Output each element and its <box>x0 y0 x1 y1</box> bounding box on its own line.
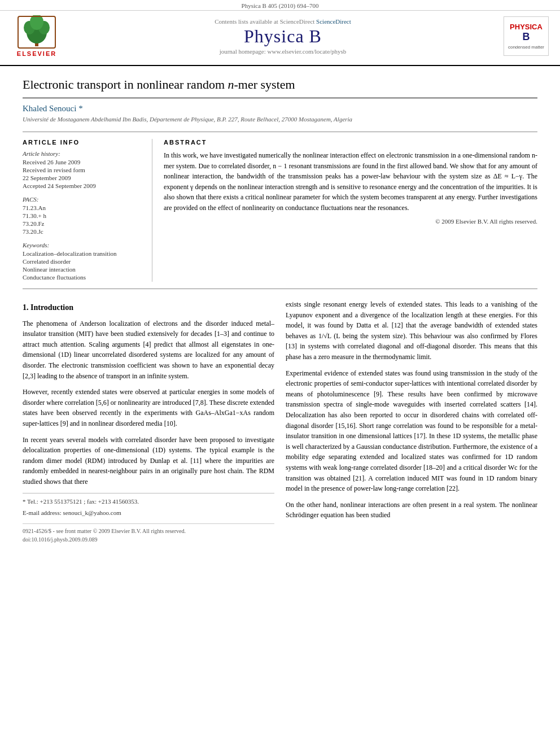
body-para-1: The phenomena of Anderson localization o… <box>23 318 274 382</box>
keywords-label: Keywords: <box>23 242 143 248</box>
pacs-item-1: 71.23.An <box>23 204 143 211</box>
abstract-text: In this work, we have investigated numer… <box>164 150 537 213</box>
journal-banner: ELSEVIER Contents lists available at Sci… <box>0 11 560 62</box>
history-item-2: Received in revised form <box>23 167 143 173</box>
sciencedirect-link: Contents lists available at ScienceDirec… <box>62 18 504 25</box>
article-authors: Khaled Senouci * <box>23 104 537 113</box>
journal-homepage: journal homepage: www.elsevier.com/locat… <box>62 48 504 55</box>
body-para-r2: Experimental evidence of extended states… <box>286 368 537 494</box>
bottom-notice: 0921-4526/$ - see front matter © 2009 El… <box>23 523 274 544</box>
keyword-2: Correlated disorder <box>23 258 143 265</box>
physica-badge-subtitle: B <box>523 31 530 43</box>
elsevier-tree-icon <box>17 15 56 49</box>
history-item-3: 22 September 2009 <box>23 174 143 181</box>
abstract-col: ABSTRACT In this work, we have investiga… <box>164 139 537 282</box>
history-item-1: Received 26 June 2009 <box>23 159 143 165</box>
journal-header: Physica B 405 (2010) 694–700 ELSEVIER Co… <box>0 0 560 66</box>
pacs-label: PACS: <box>23 196 143 203</box>
elsevier-logo: ELSEVIER <box>11 15 62 57</box>
article-title: Electronic transport in nonlinear random… <box>23 77 537 98</box>
abstract-copyright: © 2009 Elsevier B.V. All rights reserved… <box>164 218 537 225</box>
physica-badge: PHYSICA B condensed matter <box>504 16 549 56</box>
bottom-doi: doi:10.1016/j.physb.2009.09.089 <box>23 535 274 544</box>
body-col-right: exists single resonant energy levels of … <box>286 299 537 544</box>
body-para-3: In recent years several models with corr… <box>23 435 274 487</box>
footnote-email: E-mail address: senouci_k@yahoo.com <box>23 508 274 518</box>
journal-title-banner: Physica B <box>62 26 504 47</box>
keyword-1: Localization–delocalization transition <box>23 250 143 257</box>
elsevier-label-text: ELSEVIER <box>17 50 56 57</box>
history-label: Article history: <box>23 150 143 157</box>
body-para-r3: On the other hand, nonlinear interaction… <box>286 500 537 521</box>
body-para-r1: exists single resonant energy levels of … <box>286 299 537 362</box>
body-columns: 1. Introduction The phenomena of Anderso… <box>23 299 537 544</box>
keyword-4: Conductance fluctuations <box>23 274 143 281</box>
history-item-4: Accepted 24 September 2009 <box>23 182 143 189</box>
article-info-abstract: ARTICLE INFO Article history: Received 2… <box>23 132 537 289</box>
journal-center: Contents lists available at ScienceDirec… <box>62 18 504 55</box>
article-info-section-title: ARTICLE INFO <box>23 139 143 146</box>
pacs-item-3: 73.20.Fz <box>23 220 143 227</box>
article-content: Electronic transport in nonlinear random… <box>0 66 560 556</box>
body-para-2: However, recently extended states were o… <box>23 387 274 429</box>
pacs-item-4: 73.20.Jc <box>23 228 143 235</box>
keywords-section: Keywords: Localization–delocalization tr… <box>23 242 143 281</box>
article-history: Article history: Received 26 June 2009 R… <box>23 150 143 189</box>
abstract-section-title: ABSTRACT <box>164 139 537 146</box>
pacs-section: PACS: 71.23.An 71.30.+ h 73.20.Fz 73.20.… <box>23 196 143 235</box>
sciencedirect-anchor[interactable]: ScienceDirect <box>316 18 351 25</box>
bottom-issn: 0921-4526/$ - see front matter © 2009 El… <box>23 527 274 536</box>
footnote-phone: * Tel.: +213 551375121 ; fax: +213 41560… <box>23 497 274 506</box>
physica-badge-detail: condensed matter <box>508 45 544 50</box>
physica-badge-title: PHYSICA <box>510 23 542 31</box>
keyword-3: Nonlinear interaction <box>23 266 143 273</box>
body-col-left: 1. Introduction The phenomena of Anderso… <box>23 299 274 544</box>
journal-meta-line: Physica B 405 (2010) 694–700 <box>0 0 560 11</box>
article-info-col: ARTICLE INFO Article history: Received 2… <box>23 139 152 282</box>
section1-heading: 1. Introduction <box>23 302 274 314</box>
footnote-area: * Tel.: +213 551375121 ; fax: +213 41560… <box>23 493 274 518</box>
article-affiliation: Université de Mostaganem Abdelhamid Ibn … <box>23 116 537 123</box>
pacs-item-2: 71.30.+ h <box>23 212 143 219</box>
